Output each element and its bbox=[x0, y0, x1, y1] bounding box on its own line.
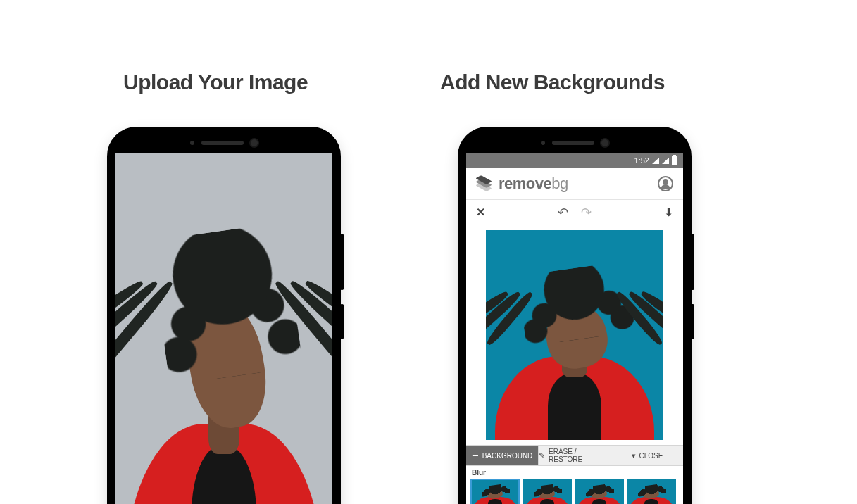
phone-side-button bbox=[691, 304, 694, 339]
phone-side-button bbox=[340, 234, 344, 290]
status-time: 1:52 bbox=[634, 156, 649, 165]
phone-mockup-editor: 1:52 removebg ✕ ↶ ↷ bbox=[458, 127, 692, 504]
app-header: removebg bbox=[466, 168, 683, 200]
phone-notch bbox=[190, 139, 258, 146]
bg-thumb[interactable] bbox=[627, 479, 676, 504]
phone-side-button bbox=[691, 234, 694, 290]
undo-icon[interactable]: ↶ bbox=[558, 205, 568, 220]
section-label-blur: Blur bbox=[472, 469, 679, 477]
phone-notch bbox=[541, 139, 608, 146]
eraser-icon: ✎ bbox=[539, 451, 545, 460]
phone-screen bbox=[115, 153, 332, 504]
heading-upload: Upload Your Image bbox=[123, 70, 308, 94]
bg-thumb[interactable] bbox=[575, 479, 624, 504]
tab-label: BACKGROUND bbox=[482, 452, 533, 460]
logo-icon bbox=[476, 176, 492, 191]
brand-secondary: bg bbox=[551, 175, 568, 192]
android-statusbar: 1:52 bbox=[466, 153, 683, 168]
original-photo bbox=[115, 153, 332, 504]
redo-icon[interactable]: ↷ bbox=[581, 205, 592, 220]
editor-tabbar: ☰ BACKGROUND ✎ ERASE / RESTORE ▾ CLOSE bbox=[466, 445, 683, 466]
signal-icon bbox=[662, 158, 669, 164]
heading-add-backgrounds: Add New Backgrounds bbox=[440, 70, 665, 94]
result-image bbox=[486, 230, 663, 440]
brand-primary: remove bbox=[499, 175, 551, 192]
phone-side-button bbox=[340, 304, 344, 339]
tab-close[interactable]: ▾ CLOSE bbox=[611, 446, 683, 465]
tab-label: CLOSE bbox=[639, 452, 663, 460]
tab-label: ERASE / RESTORE bbox=[549, 448, 611, 463]
account-icon[interactable] bbox=[658, 176, 673, 191]
download-icon[interactable]: ⬇ bbox=[664, 206, 673, 219]
tab-background[interactable]: ☰ BACKGROUND bbox=[466, 446, 539, 465]
phone-mockup-upload bbox=[107, 127, 341, 504]
subject-person bbox=[115, 153, 332, 504]
bg-thumb[interactable] bbox=[523, 479, 572, 504]
background-picker: Blur bbox=[466, 466, 683, 504]
phone-screen: 1:52 removebg ✕ ↶ ↷ bbox=[466, 153, 683, 504]
tab-erase-restore[interactable]: ✎ ERASE / RESTORE bbox=[539, 446, 611, 465]
editor-toolbar: ✕ ↶ ↷ ⬇ bbox=[466, 200, 683, 225]
wifi-icon bbox=[652, 158, 659, 164]
close-icon[interactable]: ✕ bbox=[476, 206, 485, 219]
battery-icon bbox=[672, 156, 677, 165]
chevron-down-icon: ▾ bbox=[632, 451, 636, 460]
app-brand: removebg bbox=[499, 175, 568, 193]
subject-person bbox=[486, 230, 663, 440]
editor-canvas[interactable] bbox=[466, 225, 683, 445]
layers-icon: ☰ bbox=[472, 451, 479, 460]
bg-thumb[interactable] bbox=[470, 479, 520, 504]
